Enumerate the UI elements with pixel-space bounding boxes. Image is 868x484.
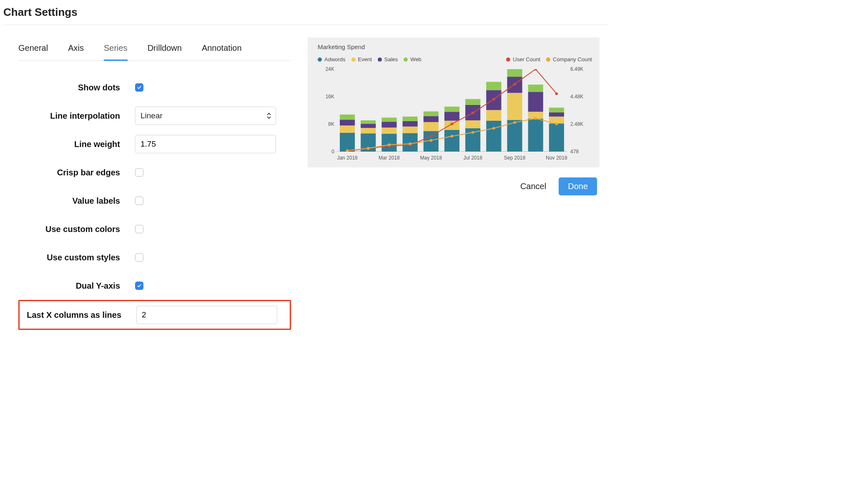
x-tick: Jan 2018 bbox=[337, 155, 357, 161]
line-dot bbox=[534, 117, 537, 120]
bar-segment bbox=[340, 133, 355, 152]
tab-general[interactable]: General bbox=[18, 37, 48, 60]
bar-segment bbox=[465, 120, 480, 128]
label-dual-y-axis: Dual Y-axis bbox=[18, 281, 135, 291]
bar-segment bbox=[486, 121, 501, 152]
custom-styles-checkbox[interactable] bbox=[135, 253, 143, 262]
done-button[interactable]: Done bbox=[559, 177, 597, 195]
legend-item: Adwords bbox=[318, 56, 346, 62]
legend-item: Event bbox=[351, 56, 372, 62]
chart-title: Marketing Spend bbox=[318, 43, 592, 50]
bar-segment bbox=[424, 122, 439, 131]
y-left-tick: 16K bbox=[326, 94, 334, 100]
label-crisp-bar-edges: Crisp bar edges bbox=[18, 168, 135, 177]
bar-segment bbox=[403, 121, 418, 127]
chart-plot bbox=[337, 69, 567, 152]
legend-dot-icon bbox=[404, 57, 408, 62]
x-tick: Mar 2018 bbox=[379, 155, 400, 161]
legend-label: Adwords bbox=[324, 56, 346, 62]
x-tick: Nov 2018 bbox=[546, 155, 567, 161]
bar-segment bbox=[381, 127, 396, 134]
custom-colors-checkbox[interactable] bbox=[135, 225, 143, 233]
bar-segment bbox=[549, 123, 564, 152]
legend-label: User Count bbox=[513, 56, 540, 62]
y-right-tick: 4.48K bbox=[570, 94, 583, 100]
line-dot bbox=[430, 135, 432, 137]
bar-segment bbox=[424, 111, 439, 116]
bar-segment bbox=[381, 122, 396, 127]
page-title: Chart Settings bbox=[3, 3, 609, 25]
bar-segment bbox=[424, 116, 439, 122]
last-x-columns-row: Last X columns as lines bbox=[18, 300, 291, 330]
line-dot bbox=[472, 112, 474, 114]
tab-series[interactable]: Series bbox=[104, 37, 128, 60]
bar-segment bbox=[444, 112, 459, 120]
bar-segment bbox=[340, 120, 355, 125]
cancel-button[interactable]: Cancel bbox=[520, 182, 546, 191]
tab-annotation[interactable]: Annotation bbox=[202, 37, 242, 60]
bar-segment bbox=[486, 82, 501, 90]
y-right-tick: 2.48K bbox=[570, 121, 583, 127]
label-line-weight: Line weight bbox=[18, 140, 135, 149]
y-right-tick: 478 bbox=[570, 149, 579, 155]
line-dot bbox=[409, 142, 411, 145]
legend-label: Company Count bbox=[553, 56, 592, 62]
label-value-labels: Value labels bbox=[18, 196, 135, 206]
bar-segment bbox=[361, 120, 376, 124]
chart-legend: AdwordsEventSalesWeb User CountCompany C… bbox=[318, 56, 592, 62]
bar-segment bbox=[465, 99, 480, 105]
bar-segment bbox=[340, 125, 355, 132]
label-custom-colors: Use custom colors bbox=[18, 225, 135, 234]
show-dots-checkbox[interactable] bbox=[135, 83, 143, 92]
line-dot bbox=[472, 131, 474, 134]
chevron-updown-icon bbox=[266, 112, 271, 120]
line-weight-input[interactable] bbox=[135, 135, 276, 153]
bar-segment bbox=[507, 120, 522, 152]
divider bbox=[3, 25, 609, 25]
line-interpolation-value: Linear bbox=[140, 111, 163, 120]
y-left-tick: 8K bbox=[328, 121, 334, 127]
bar-segment bbox=[361, 128, 376, 133]
tab-axis[interactable]: Axis bbox=[68, 37, 84, 60]
bar-segment bbox=[507, 69, 522, 77]
line-dot bbox=[430, 139, 432, 142]
legend-label: Sales bbox=[384, 56, 398, 62]
bar-segment bbox=[361, 124, 376, 128]
tab-drilldown[interactable]: Drilldown bbox=[148, 37, 182, 60]
legend-dot-icon bbox=[506, 57, 510, 62]
last-x-columns-input[interactable] bbox=[136, 306, 277, 324]
legend-item: User Count bbox=[506, 56, 540, 62]
y-right-tick: 6.49K bbox=[570, 66, 583, 72]
line-interpolation-select[interactable]: Linear bbox=[135, 107, 276, 125]
legend-dot-icon bbox=[546, 57, 550, 62]
crisp-bar-edges-checkbox[interactable] bbox=[135, 168, 143, 177]
bar-segment bbox=[528, 92, 543, 112]
tabs: GeneralAxisSeriesDrilldownAnnotation bbox=[18, 37, 291, 61]
bar-segment bbox=[507, 93, 522, 120]
label-show-dots: Show dots bbox=[18, 83, 135, 92]
x-tick: Sep 2018 bbox=[504, 155, 525, 161]
label-line-interpolation: Line interpolation bbox=[18, 111, 135, 121]
legend-dot-icon bbox=[378, 57, 382, 62]
dual-y-axis-checkbox[interactable] bbox=[135, 282, 143, 290]
line-dot bbox=[451, 122, 453, 125]
line-dot bbox=[388, 143, 390, 146]
x-tick: May 2018 bbox=[420, 155, 442, 161]
legend-label: Web bbox=[410, 56, 421, 62]
line-dot bbox=[513, 83, 516, 85]
y-left-tick: 24K bbox=[326, 66, 334, 72]
bar-segment bbox=[403, 127, 418, 133]
label-last-x-columns: Last X columns as lines bbox=[20, 310, 136, 320]
legend-item: Sales bbox=[378, 56, 398, 62]
chart-preview: Marketing Spend AdwordsEventSalesWeb Use… bbox=[308, 37, 600, 167]
bar-segment bbox=[549, 107, 564, 112]
bar-segment bbox=[403, 133, 418, 152]
line-dot bbox=[451, 135, 453, 137]
bar-segment bbox=[486, 110, 501, 121]
legend-item: Web bbox=[404, 56, 421, 62]
line-dot bbox=[555, 92, 558, 95]
value-labels-checkbox[interactable] bbox=[135, 197, 143, 205]
bar-segment bbox=[403, 117, 418, 121]
line-dot bbox=[513, 121, 516, 124]
legend-dot-icon bbox=[318, 57, 322, 62]
